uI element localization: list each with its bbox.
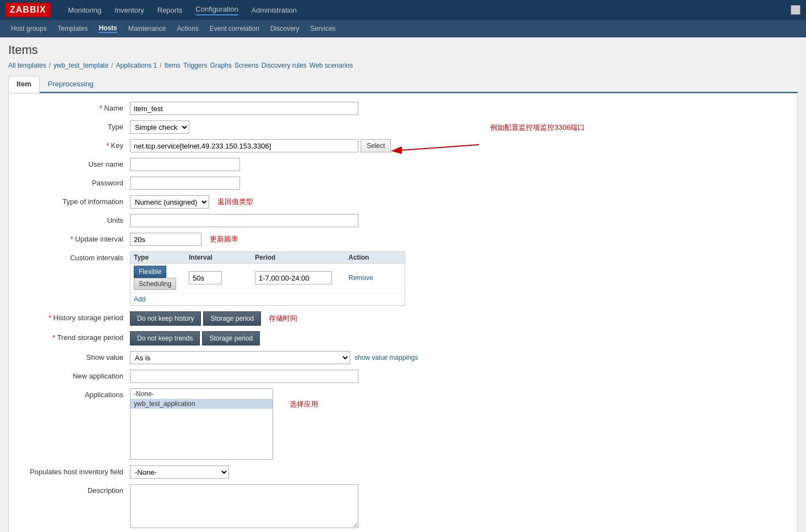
port-annotation-text: 例如配置监控项监控3306端口 [490,123,585,133]
page-content: Items All templates / ywb_test_template … [0,37,806,532]
ci-add-link[interactable]: Add [134,295,145,303]
password-control [130,177,786,190]
populates-row: Populates host inventory field -None- [20,465,786,479]
nav-monitoring[interactable]: Monitoring [68,6,102,14]
breadcrumb-sep1: / [49,62,51,69]
update-interval-control: 更新频率 [130,233,786,246]
type-info-select[interactable]: Numeric (unsigned) [130,195,209,209]
nav-hosts[interactable]: Hosts [99,24,117,33]
scheduling-button[interactable]: Scheduling [134,278,176,290]
history-storage-period-button[interactable]: Storage period [203,311,261,326]
no-keep-trends-button[interactable]: Do not keep trends [130,331,200,345]
return-type-annotation: 返回值类型 [217,197,253,207]
select-button[interactable]: Select [361,139,391,152]
key-input[interactable] [130,139,358,152]
units-label: Units [20,214,130,224]
username-input[interactable] [130,158,240,171]
key-label: Key [20,139,130,150]
applications-control: -None- ywb_test_application 选择应用 [130,388,786,460]
description-label: Description [20,484,130,495]
applications-listbox[interactable]: -None- ywb_test_application [130,388,273,460]
top-navigation: ZABBIX Monitoring Inventory Reports Conf… [0,0,806,20]
trend-row: Trend storage period Do not keep trends … [20,331,786,345]
nav-maintenance[interactable]: Maintenance [128,25,166,32]
type-label: Type [20,120,130,131]
trend-label: Trend storage period [20,331,130,342]
show-value-mappings-link[interactable]: show value mappings [355,354,418,361]
top-nav-widget [791,5,800,15]
history-row: History storage period Do not keep histo… [20,311,786,326]
ci-action-header: Action [348,254,393,261]
password-label: Password [20,177,130,187]
nav-host-groups[interactable]: Host groups [11,25,47,32]
ci-period-header: Period [255,254,348,261]
trend-control: Do not keep trends Storage period [130,331,786,345]
breadcrumb-applications[interactable]: Applications 1 [116,62,157,69]
custom-intervals-table: Type Interval Period Action Flexible Sch… [130,251,405,306]
new-application-input[interactable] [130,370,358,383]
custom-intervals-label: Custom intervals [20,251,130,262]
breadcrumb-sep3: / [160,62,161,69]
arrow-svg [391,134,501,167]
type-control: Simple check [130,120,786,134]
ci-period-input[interactable] [255,271,332,284]
nav-administration[interactable]: Administration [252,6,297,14]
update-interval-input[interactable] [130,233,202,246]
show-value-select[interactable]: As is [130,351,350,364]
nav-reports[interactable]: Reports [157,6,183,14]
svg-line-1 [402,145,479,150]
select-app-annotation: 选择应用 [290,399,318,409]
nav-templates[interactable]: Templates [58,25,88,32]
new-application-control [130,370,786,383]
breadcrumb-all-templates[interactable]: All templates [8,62,46,69]
populates-label: Populates host inventory field [20,465,130,476]
breadcrumb-template[interactable]: ywb_test_template [53,62,108,69]
password-row: Password [20,177,786,190]
breadcrumb-triggers[interactable]: Triggers [183,62,208,69]
description-textarea[interactable] [130,484,358,528]
breadcrumb-graphs[interactable]: Graphs [210,62,231,69]
description-control [130,484,786,530]
ci-action-cell: Remove [348,274,393,282]
trend-storage-period-button[interactable]: Storage period [202,331,260,345]
password-input[interactable] [130,177,240,190]
applications-label: Applications [20,388,130,399]
type-select[interactable]: Simple check [130,120,189,134]
breadcrumb-web-scenarios[interactable]: Web scenarios [309,62,353,69]
tab-item[interactable]: Item [8,76,40,93]
populates-select[interactable]: -None- [130,465,229,479]
breadcrumb-sep2: / [111,62,113,69]
tab-preprocessing[interactable]: Preprocessing [40,76,102,92]
history-control: Do not keep history Storage period 存储时间 [130,311,786,326]
name-label: Name [20,102,130,112]
ci-remove-link[interactable]: Remove [348,274,373,282]
ci-interval-input[interactable] [189,271,222,284]
type-info-row: Type of information Numeric (unsigned) 返… [20,195,786,209]
type-info-label: Type of information [20,195,130,206]
breadcrumb-screens[interactable]: Screens [235,62,259,69]
name-input[interactable] [130,102,358,115]
key-control: Select 例如配置监控项监控3306端口 [130,139,786,152]
second-navigation: Host groups Templates Hosts Maintenance … [0,20,806,37]
breadcrumb-items[interactable]: Items [165,62,181,69]
nav-services[interactable]: Services [311,25,336,32]
nav-event-correlation[interactable]: Event correlation [210,25,259,32]
ci-interval-cell [189,271,255,284]
breadcrumb-discovery-rules[interactable]: Discovery rules [262,62,307,69]
app-none-item[interactable]: -None- [130,389,273,399]
type-row: Type Simple check [20,120,786,134]
breadcrumb: All templates / ywb_test_template / Appl… [8,62,798,69]
key-input-row: Select [130,139,391,152]
nav-actions[interactable]: Actions [177,25,198,32]
history-storage-row: Do not keep history Storage period 存储时间 [130,311,786,326]
page-title: Items [8,43,798,57]
flexible-button[interactable]: Flexible [134,266,166,278]
units-input[interactable] [130,214,358,227]
update-interval-label: Update interval [20,233,130,243]
nav-discovery[interactable]: Discovery [270,25,299,32]
nav-inventory[interactable]: Inventory [115,6,144,14]
no-keep-history-button[interactable]: Do not keep history [130,311,201,326]
app-ywb-item[interactable]: ywb_test_application [130,399,273,409]
form-area: Name Type Simple check Key Select [8,93,798,532]
nav-configuration[interactable]: Configuration [195,5,238,15]
